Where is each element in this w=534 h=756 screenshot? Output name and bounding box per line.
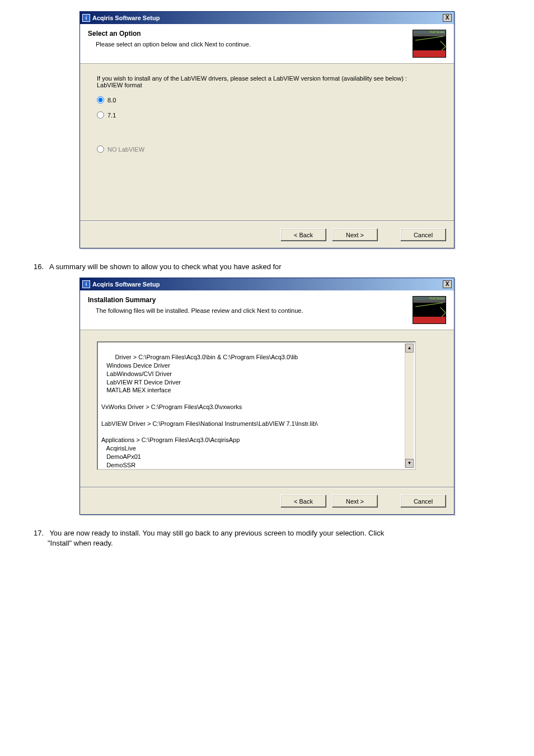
app-icon: i	[82, 280, 90, 288]
options-dialog: i Acqiris Software Setup X Select an Opt…	[79, 11, 455, 248]
scrollbar[interactable]: ▲ ▼	[405, 344, 414, 468]
radio-none-input[interactable]	[97, 145, 104, 153]
brand-logo: acqiris	[413, 296, 446, 324]
scroll-up-button[interactable]: ▲	[405, 344, 414, 353]
cancel-button[interactable]: Cancel	[400, 495, 446, 508]
summary-dialog: i Acqiris Software Setup X Installation …	[79, 278, 455, 515]
titlebar: i Acqiris Software Setup X	[80, 12, 454, 24]
radio-labview-80[interactable]: 8.0	[97, 96, 437, 104]
header-title: Select an Option	[88, 30, 408, 37]
radio-71-input[interactable]	[97, 111, 104, 119]
app-icon: i	[82, 14, 90, 22]
dialog-body: Driver > C:\Program Files\Acq3.0\bin & C…	[80, 330, 454, 487]
back-button[interactable]: < Back	[280, 495, 326, 508]
doc-item-17: 17. You are now ready to install. You ma…	[34, 528, 500, 548]
radio-80-label: 8.0	[107, 97, 116, 104]
dialog-body: If you wish to install any of the LabVIE…	[80, 64, 454, 220]
radio-labview-71[interactable]: 7.1	[97, 111, 437, 119]
header-subtitle: The following files will be installed. P…	[96, 307, 408, 314]
brand-text: acqiris	[413, 50, 446, 57]
brand-text: acqiris	[413, 317, 446, 323]
radio-71-label: 7.1	[107, 112, 116, 119]
window-title: Acqiris Software Setup	[92, 281, 443, 288]
radio-none-label: NO LabVIEW	[107, 146, 144, 153]
radio-80-input[interactable]	[97, 96, 104, 104]
summary-content: Driver > C:\Program Files\Acq3.0\bin & C…	[101, 354, 318, 470]
summary-textarea[interactable]: Driver > C:\Program Files\Acq3.0\bin & C…	[97, 341, 416, 470]
header-subtitle: Please select an option below and click …	[96, 41, 408, 48]
next-button[interactable]: Next >	[332, 228, 378, 241]
next-button[interactable]: Next >	[332, 495, 378, 508]
back-button[interactable]: < Back	[280, 228, 326, 241]
dialog-header: Installation Summary The following files…	[80, 290, 454, 330]
scroll-track[interactable]	[405, 353, 414, 459]
close-icon[interactable]: X	[443, 280, 452, 288]
labview-prompt: If you wish to install any of the LabVIE…	[97, 75, 437, 88]
brand-logo: acqiris	[413, 30, 446, 58]
titlebar: i Acqiris Software Setup X	[80, 278, 454, 290]
dialog-header: Select an Option Please select an option…	[80, 24, 454, 64]
header-title: Installation Summary	[88, 296, 408, 304]
button-row: < Back Next > Cancel	[80, 222, 454, 248]
scroll-down-button[interactable]: ▼	[405, 459, 414, 468]
button-row: < Back Next > Cancel	[80, 488, 454, 514]
doc-item-16: 16. A summary will be shown to allow you…	[34, 262, 500, 272]
close-icon[interactable]: X	[443, 14, 452, 22]
cancel-button[interactable]: Cancel	[400, 228, 446, 241]
window-title: Acqiris Software Setup	[92, 15, 443, 21]
radio-no-labview[interactable]: NO LabVIEW	[97, 145, 437, 153]
